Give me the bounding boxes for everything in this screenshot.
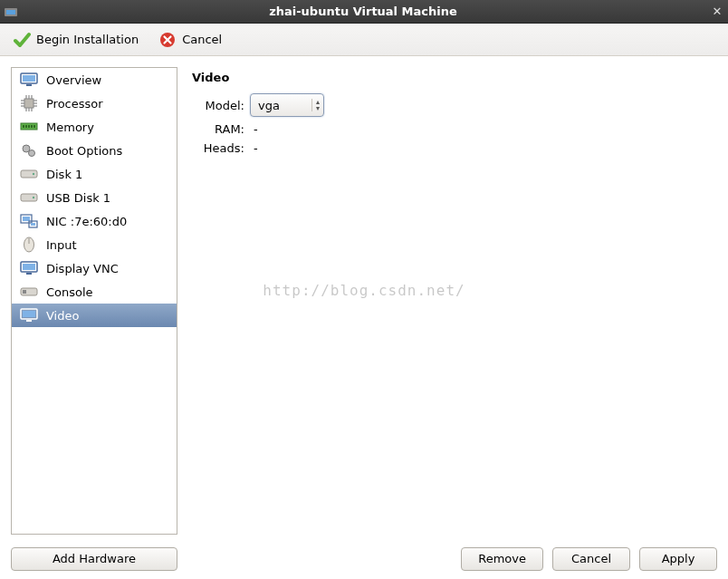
sidebar-item-label: Disk 1 bbox=[46, 168, 82, 181]
svg-rect-27 bbox=[21, 170, 37, 178]
sidebar-item-label: Video bbox=[46, 309, 79, 323]
sidebar-item-label: NIC :7e:60:d0 bbox=[46, 215, 127, 228]
monitor-icon bbox=[19, 307, 39, 323]
sidebar-item-overview[interactable]: Overview bbox=[12, 68, 177, 92]
svg-rect-5 bbox=[26, 84, 32, 86]
heads-row: Heads: - bbox=[192, 141, 715, 155]
cancel-toolbar-label: Cancel bbox=[182, 33, 222, 46]
cpu-icon bbox=[19, 95, 39, 111]
chevron-updown-icon: ▴▾ bbox=[311, 99, 320, 111]
monitor-icon bbox=[19, 72, 39, 88]
svg-rect-20 bbox=[23, 125, 24, 128]
svg-point-30 bbox=[33, 197, 34, 198]
svg-rect-21 bbox=[25, 125, 27, 128]
heads-label: Heads: bbox=[192, 141, 250, 155]
sidebar-item-label: Memory bbox=[46, 121, 94, 134]
svg-point-28 bbox=[33, 173, 34, 175]
ram-row: RAM: - bbox=[192, 122, 715, 136]
bottom-bar: Add Hardware Remove Cancel Apply bbox=[0, 542, 728, 579]
sidebar-item-label: Display VNC bbox=[46, 262, 119, 275]
mouse-icon bbox=[19, 236, 39, 253]
begin-installation-button[interactable]: Begin Installation bbox=[7, 27, 144, 53]
sidebar-item-usb-disk-1[interactable]: USB Disk 1 bbox=[12, 186, 177, 209]
svg-rect-32 bbox=[23, 217, 30, 221]
apply-button[interactable]: Apply bbox=[639, 547, 717, 571]
disk-icon bbox=[19, 166, 39, 182]
svg-rect-38 bbox=[23, 264, 35, 270]
sidebar-item-memory[interactable]: Memory bbox=[12, 115, 177, 139]
svg-rect-34 bbox=[31, 223, 35, 226]
svg-rect-22 bbox=[28, 125, 30, 128]
sidebar-item-boot-options[interactable]: Boot Options bbox=[12, 139, 177, 162]
sidebar-item-display-vnc[interactable]: Display VNC bbox=[12, 256, 177, 280]
sidebar-item-label: Input bbox=[46, 238, 77, 252]
add-hardware-button[interactable]: Add Hardware bbox=[11, 547, 177, 571]
close-icon[interactable]: ✕ bbox=[706, 1, 728, 23]
ram-value: - bbox=[250, 122, 258, 136]
console-icon bbox=[19, 284, 39, 300]
heads-value: - bbox=[250, 141, 258, 155]
sidebar-item-label: USB Disk 1 bbox=[46, 191, 110, 205]
sidebar-item-nic-7e-60-d0[interactable]: NIC :7e:60:d0 bbox=[12, 209, 177, 233]
titlebar: zhai-ubuntu Virtual Machine ✕ bbox=[0, 0, 728, 24]
svg-rect-24 bbox=[34, 125, 35, 128]
ram-label: RAM: bbox=[192, 122, 250, 136]
svg-rect-39 bbox=[26, 273, 32, 275]
svg-rect-6 bbox=[24, 99, 34, 108]
cancel-button[interactable]: Cancel bbox=[552, 547, 630, 571]
model-combobox[interactable]: vga ▴▾ bbox=[250, 93, 324, 117]
svg-rect-1 bbox=[6, 10, 15, 14]
sidebar-item-input[interactable]: Input bbox=[12, 233, 177, 256]
cancel-toolbar-button[interactable]: Cancel bbox=[153, 27, 227, 53]
window-title: zhai-ubuntu Virtual Machine bbox=[20, 5, 706, 18]
nic-icon bbox=[19, 213, 39, 229]
sidebar-item-label: Overview bbox=[46, 73, 101, 87]
svg-rect-29 bbox=[21, 194, 37, 201]
model-label: Model: bbox=[192, 99, 250, 112]
model-value: vga bbox=[258, 99, 280, 112]
check-icon bbox=[13, 31, 31, 49]
disk-icon bbox=[19, 189, 39, 206]
sidebar-item-label: Console bbox=[46, 285, 93, 299]
svg-rect-4 bbox=[23, 75, 35, 82]
svg-rect-43 bbox=[23, 311, 35, 317]
hardware-sidebar: OverviewProcessorMemoryBoot OptionsDisk … bbox=[11, 67, 177, 535]
ram-icon bbox=[19, 119, 39, 135]
begin-installation-label: Begin Installation bbox=[36, 33, 139, 46]
content-pane: Video Model: vga ▴▾ RAM: - Heads: - bbox=[190, 67, 717, 535]
remove-button[interactable]: Remove bbox=[461, 547, 543, 571]
sidebar-item-console[interactable]: Console bbox=[12, 280, 177, 304]
svg-rect-41 bbox=[23, 290, 26, 294]
app-menu-icon[interactable] bbox=[4, 5, 20, 18]
gears-icon bbox=[19, 142, 39, 159]
sidebar-item-label: Processor bbox=[46, 97, 103, 111]
svg-rect-44 bbox=[26, 320, 32, 322]
cancel-icon bbox=[158, 31, 177, 49]
main-area: OverviewProcessorMemoryBoot OptionsDisk … bbox=[0, 56, 728, 540]
model-row: Model: vga ▴▾ bbox=[192, 93, 715, 117]
sidebar-item-disk-1[interactable]: Disk 1 bbox=[12, 162, 177, 186]
toolbar: Begin Installation Cancel bbox=[0, 24, 728, 56]
svg-point-26 bbox=[29, 150, 35, 157]
sidebar-item-label: Boot Options bbox=[46, 144, 122, 158]
sidebar-item-video[interactable]: Video bbox=[12, 304, 177, 327]
svg-rect-23 bbox=[31, 125, 33, 128]
monitor-icon bbox=[19, 260, 39, 276]
section-title: Video bbox=[192, 71, 715, 84]
sidebar-item-processor[interactable]: Processor bbox=[12, 92, 177, 115]
